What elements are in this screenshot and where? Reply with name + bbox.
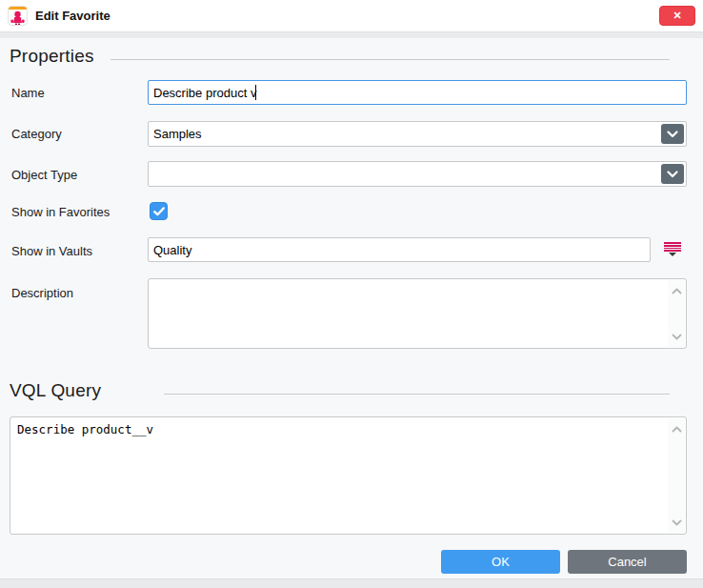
properties-section-title: Properties: [10, 46, 94, 67]
window-title: Edit Favorite: [35, 9, 110, 23]
vql-textarea-box: Describe product__v: [10, 416, 687, 535]
object-type-label: Object Type: [11, 168, 77, 182]
cancel-button[interactable]: Cancel: [568, 550, 687, 574]
category-selected-value: Samples: [153, 122, 657, 146]
filter-stem: [669, 253, 676, 256]
close-button[interactable]: ✕: [659, 6, 695, 26]
bottom-status-strip: [0, 578, 703, 588]
category-select[interactable]: Samples: [148, 121, 687, 147]
name-input[interactable]: [148, 80, 687, 105]
category-label: Category: [11, 127, 62, 141]
title-bar: Edit Favorite ✕: [0, 0, 703, 31]
filter-bar: [664, 245, 681, 247]
filter-bar: [664, 250, 681, 252]
vql-section-line: [164, 394, 670, 395]
show-in-favorites-checkbox[interactable]: [150, 202, 168, 220]
filter-bar: [664, 248, 681, 250]
filter-lines-icon[interactable]: [664, 242, 681, 256]
favorite-tool-icon: [8, 6, 28, 26]
checkmark-icon: [153, 207, 165, 216]
description-textarea-box: [148, 278, 687, 349]
show-in-vaults-label: Show in Vaults: [11, 244, 92, 258]
vql-section-title: VQL Query: [10, 380, 101, 401]
chevron-up-icon[interactable]: [668, 283, 685, 298]
close-icon: ✕: [673, 10, 681, 21]
description-label: Description: [11, 286, 73, 300]
edit-favorite-dialog: Edit Favorite ✕ Properties Name Category…: [0, 0, 703, 588]
vql-query-textarea[interactable]: Describe product__v: [10, 417, 686, 534]
ok-button[interactable]: OK: [441, 550, 560, 574]
filter-bar: [664, 242, 681, 244]
chevron-down-icon[interactable]: [661, 124, 684, 144]
chevron-down-icon[interactable]: [661, 164, 684, 184]
name-label: Name: [11, 86, 45, 100]
pink-figure-glyph: [9, 10, 27, 26]
object-type-select[interactable]: [148, 161, 687, 187]
chevron-down-icon[interactable]: [668, 515, 685, 530]
show-in-favorites-label: Show in Favorites: [11, 205, 110, 219]
show-in-vaults-input[interactable]: [148, 237, 651, 262]
titlebar-divider: [0, 31, 703, 38]
chevron-down-icon[interactable]: [668, 329, 685, 344]
chevron-up-icon[interactable]: [668, 421, 685, 436]
vql-scrollbar[interactable]: [668, 418, 685, 533]
description-textarea[interactable]: [149, 279, 686, 348]
text-cursor: [255, 85, 256, 100]
description-scrollbar[interactable]: [668, 280, 685, 347]
object-type-selected-value: [153, 162, 657, 186]
properties-section-line: [110, 59, 670, 60]
